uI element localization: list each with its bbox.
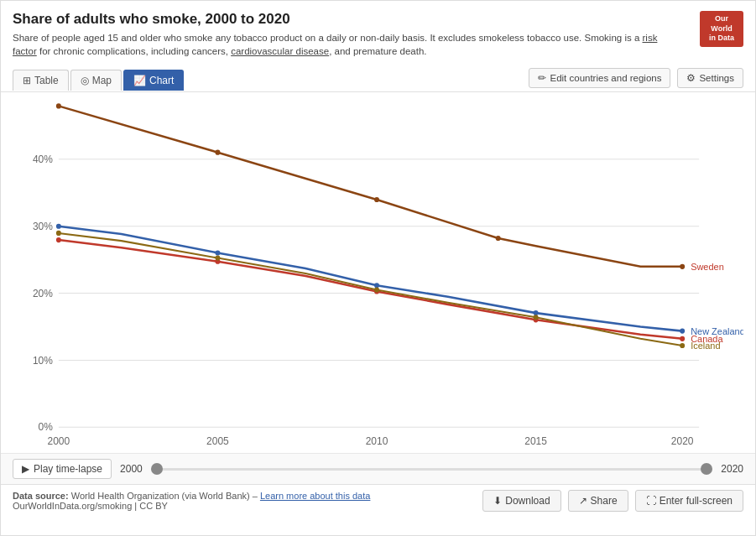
end-year-label: 2020 [721, 463, 743, 475]
risk-factor-link[interactable]: risk factor [13, 33, 657, 56]
svg-text:10%: 10% [33, 355, 53, 367]
svg-point-33 [56, 231, 61, 236]
svg-point-21 [56, 224, 61, 229]
tabs-left: ⊞ Table ◎ Map 📈 Chart [13, 70, 184, 91]
svg-point-19 [680, 264, 685, 269]
tab-chart[interactable]: 📈 Chart [123, 70, 184, 91]
fullscreen-button[interactable]: ⛶ Enter full-screen [635, 490, 743, 512]
svg-text:Sweden: Sweden [691, 262, 724, 272]
table-icon: ⊞ [23, 75, 31, 86]
svg-point-22 [215, 251, 220, 256]
download-button[interactable]: ⬇ Download [482, 490, 560, 512]
pencil-icon: ✏ [538, 72, 546, 84]
gear-icon: ⚙ [686, 72, 696, 84]
start-year-label: 2000 [120, 463, 143, 475]
svg-text:40%: 40% [33, 154, 53, 165]
cardiovascular-link[interactable]: cardiovascular disease [231, 46, 329, 56]
svg-point-25 [680, 329, 685, 334]
tab-table[interactable]: ⊞ Table [13, 70, 69, 91]
svg-text:2000: 2000 [48, 435, 70, 447]
settings-button[interactable]: ⚙ Settings [677, 68, 743, 88]
chart-svg: 0% 10% 20% 30% 40% 2000 2005 2010 2015 2… [13, 92, 743, 453]
svg-point-18 [496, 236, 501, 241]
svg-text:Iceland: Iceland [691, 341, 720, 351]
svg-text:2020: 2020 [671, 435, 694, 447]
svg-point-27 [56, 237, 61, 242]
tabs-right: ✏ Edit countries and regions ⚙ Settings [529, 68, 743, 91]
footer: Data source: World Health Organization (… [1, 484, 755, 517]
svg-text:20%: 20% [33, 288, 53, 299]
svg-point-31 [680, 336, 685, 341]
play-button[interactable]: ▶ Play time-lapse [13, 459, 112, 479]
svg-text:2005: 2005 [206, 435, 229, 447]
subtitle: Share of people aged 15 and older who sm… [13, 31, 667, 58]
share-icon: ↗ [579, 495, 587, 507]
footer-buttons: ⬇ Download ↗ Share ⛶ Enter full-screen [482, 490, 743, 512]
fullscreen-icon: ⛶ [646, 495, 656, 507]
svg-point-16 [215, 150, 220, 155]
svg-text:2015: 2015 [524, 435, 547, 447]
svg-text:2010: 2010 [366, 435, 388, 447]
play-icon: ▶ [22, 463, 29, 475]
slider-track [151, 468, 713, 471]
svg-point-35 [374, 288, 379, 293]
chart-icon: 📈 [133, 75, 146, 86]
timeline-slider[interactable] [151, 461, 713, 477]
data-source-line: Data source: World Health Organization (… [13, 491, 370, 501]
attribution-line: OurWorldInData.org/smoking | CC BY [13, 501, 370, 511]
svg-point-17 [374, 197, 379, 202]
owid-logo: Our World in Data [700, 11, 743, 47]
header: Share of adults who smoke, 2000 to 2020 … [1, 1, 755, 92]
svg-point-15 [56, 103, 61, 108]
slider-thumb-right[interactable] [701, 463, 712, 475]
svg-point-34 [215, 256, 220, 261]
share-button[interactable]: ↗ Share [568, 490, 628, 512]
chart-area: 0% 10% 20% 30% 40% 2000 2005 2010 2015 2… [1, 92, 755, 453]
svg-text:30%: 30% [33, 221, 53, 232]
slider-thumb-left[interactable] [151, 463, 163, 475]
timeline-bar: ▶ Play time-lapse 2000 2020 [1, 453, 755, 484]
svg-point-37 [680, 343, 685, 348]
edit-countries-button[interactable]: ✏ Edit countries and regions [529, 68, 670, 88]
download-icon: ⬇ [493, 495, 502, 507]
svg-point-36 [534, 315, 539, 320]
page-title: Share of adults who smoke, 2000 to 2020 [13, 11, 743, 28]
tab-map[interactable]: ◎ Map [70, 70, 122, 91]
map-icon: ◎ [81, 75, 89, 86]
svg-text:0%: 0% [39, 421, 54, 433]
learn-more-link[interactable]: Learn more about this data [260, 491, 370, 501]
footer-source: Data source: World Health Organization (… [13, 491, 370, 511]
tab-bar: ⊞ Table ◎ Map 📈 Chart ✏ Edit countries a… [1, 63, 755, 92]
